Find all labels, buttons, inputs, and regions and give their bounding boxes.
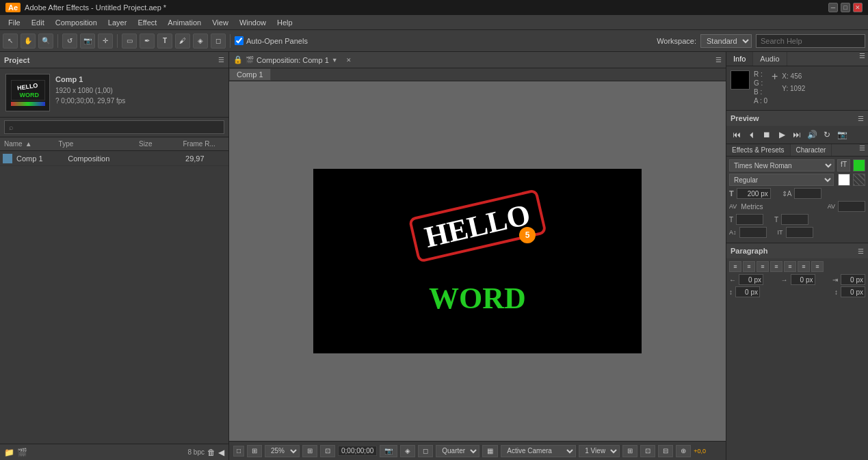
preview-stop-btn[interactable]: ⏹ [761, 128, 773, 141]
menu-file[interactable]: File [3, 17, 26, 28]
fit2-btn[interactable]: ⊡ [320, 445, 335, 457]
comp-dropdown-icon[interactable]: ▼ [332, 57, 338, 64]
project-search-input[interactable] [4, 120, 224, 134]
fit-btn[interactable]: ⊞ [302, 445, 317, 457]
align-justify2-btn[interactable]: ≡ [784, 261, 796, 272]
view-select[interactable]: Active Camera [501, 445, 576, 457]
tool-hand[interactable]: ✋ [21, 33, 36, 49]
tool-brush[interactable]: 🖌 [175, 33, 190, 49]
menu-window[interactable]: Window [234, 17, 272, 28]
list-item[interactable]: Comp 1 Composition 29,97 [0, 151, 228, 166]
first-indent-input[interactable] [841, 274, 865, 285]
align-justify-btn[interactable]: ≡ [770, 261, 782, 272]
font-size-input[interactable] [737, 188, 771, 199]
right-panel-menu[interactable]: ☰ [856, 52, 868, 66]
new-comp-icon[interactable]: 🎬 [17, 448, 27, 457]
tool-text[interactable]: T [157, 33, 172, 49]
delete-icon[interactable]: 🗑 [207, 448, 215, 457]
tab-effects-presets[interactable]: Effects & Presets [726, 144, 791, 156]
preview-panel-menu[interactable]: ☰ [858, 115, 864, 122]
menu-animation[interactable]: Animation [162, 17, 207, 28]
menu-composition[interactable]: Composition [50, 17, 103, 28]
zoom-select[interactable]: 25% [265, 445, 300, 457]
info-section: R : G : B : A : 0 + X: 456 Y: 1092 [726, 66, 868, 111]
info-plus-icon[interactable]: + [772, 70, 778, 83]
stroke-color[interactable] [838, 174, 850, 186]
tool-zoom[interactable]: 🔍 [38, 33, 53, 49]
align-center-btn[interactable]: ≡ [743, 261, 755, 272]
viewer-region-btn[interactable]: □ [233, 446, 244, 457]
project-panel-menu[interactable]: ☰ [218, 56, 224, 64]
new-folder-icon[interactable]: 📁 [4, 448, 14, 457]
ep-panel-menu[interactable]: ☰ [856, 144, 868, 156]
tool-stamp[interactable]: ◈ [193, 33, 208, 49]
opengl-btn[interactable]: ▦ [482, 445, 498, 457]
preview-first-btn[interactable]: ⏮ [731, 128, 743, 141]
font-sample-btn[interactable]: fT [837, 159, 850, 172]
comp-panel-menu[interactable]: ☰ [715, 56, 722, 64]
auto-open-panels-toggle[interactable]: Auto-Open Panels [235, 36, 308, 45]
font-color-swatch[interactable] [853, 159, 865, 172]
preview-play-btn[interactable]: ▶ [776, 128, 788, 141]
tool-mask-rect[interactable]: ▭ [122, 33, 137, 49]
tool-camera[interactable]: 📷 [80, 33, 95, 49]
title-bar-controls[interactable]: ─ □ ✕ [828, 3, 863, 12]
comp-tab-comp1[interactable]: Comp 1 [229, 68, 271, 81]
search-help-input[interactable] [756, 34, 865, 48]
viewer-extra4[interactable]: ⊕ [676, 445, 691, 457]
tool-eraser[interactable]: ◻ [211, 33, 226, 49]
h-scale-input[interactable]: 100 % [781, 214, 808, 225]
quality-btn[interactable]: ◻ [418, 445, 433, 457]
baseline-input[interactable]: 0 px [739, 227, 767, 238]
viewer-extra2[interactable]: ⊡ [640, 445, 655, 457]
leading-input[interactable]: Auto [794, 188, 821, 199]
tool-anchor[interactable]: ✛ [98, 33, 113, 49]
auto-open-checkbox[interactable] [235, 36, 244, 45]
tab-audio[interactable]: Audio [753, 52, 787, 66]
v-scale-input[interactable]: 100 % [736, 214, 763, 225]
arrow-icon[interactable]: ◀ [218, 448, 224, 457]
close-button[interactable]: ✕ [853, 3, 863, 12]
menu-view[interactable]: View [207, 17, 234, 28]
view-mode-select[interactable]: 1 View [579, 445, 620, 457]
font-style-select[interactable]: Regular [729, 174, 834, 186]
tracking-input[interactable]: 0 [838, 201, 865, 212]
tool-pen[interactable]: ✒ [140, 33, 155, 49]
preview-snapshot-btn[interactable]: 📷 [836, 128, 848, 141]
left-indent-input[interactable] [739, 274, 763, 285]
preview-next-btn[interactable]: ⏭ [791, 128, 803, 141]
viewer-extra1[interactable]: ⊞ [622, 445, 637, 457]
quality-select[interactable]: Quarter [436, 445, 479, 457]
motion-blur-btn[interactable]: ◈ [400, 445, 415, 457]
color-swatch[interactable] [731, 70, 750, 90]
align-right-btn[interactable]: ≡ [757, 261, 769, 272]
minimize-button[interactable]: ─ [828, 3, 838, 12]
camera-btn[interactable]: 📷 [380, 445, 397, 457]
space-before-input[interactable] [735, 286, 760, 297]
skew-input[interactable]: 0 % [786, 227, 813, 238]
align-left-btn[interactable]: ≡ [729, 261, 741, 272]
right-indent-input[interactable] [791, 274, 815, 285]
tab-info[interactable]: Info [726, 52, 753, 66]
viewer-grid-btn[interactable]: ⊞ [247, 445, 262, 457]
font-family-select[interactable]: Times New Roman [729, 159, 834, 172]
tab-character[interactable]: Character [791, 144, 832, 156]
workspace-select[interactable]: Standard [700, 34, 752, 48]
preview-prev-btn[interactable]: ⏴ [746, 128, 758, 141]
menu-help[interactable]: Help [272, 17, 298, 28]
tool-select[interactable]: ↖ [3, 33, 18, 49]
menu-effect[interactable]: Effect [132, 17, 162, 28]
tool-rotate[interactable]: ↺ [62, 33, 77, 49]
align-justify-all-btn[interactable]: ≡ [811, 261, 824, 272]
space-after-input[interactable] [841, 286, 865, 297]
menu-edit[interactable]: Edit [26, 17, 50, 28]
maximize-button[interactable]: □ [841, 3, 850, 12]
paragraph-menu[interactable]: ☰ [858, 247, 864, 255]
fill-pattern[interactable] [853, 174, 865, 186]
preview-loop-btn[interactable]: ↻ [821, 128, 833, 141]
preview-audio-btn[interactable]: 🔊 [806, 128, 818, 141]
viewer-extra3[interactable]: ⊟ [658, 445, 673, 457]
menu-layer[interactable]: Layer [103, 17, 133, 28]
align-justify3-btn[interactable]: ≡ [798, 261, 810, 272]
comp-close-icon[interactable]: ✕ [346, 57, 352, 64]
